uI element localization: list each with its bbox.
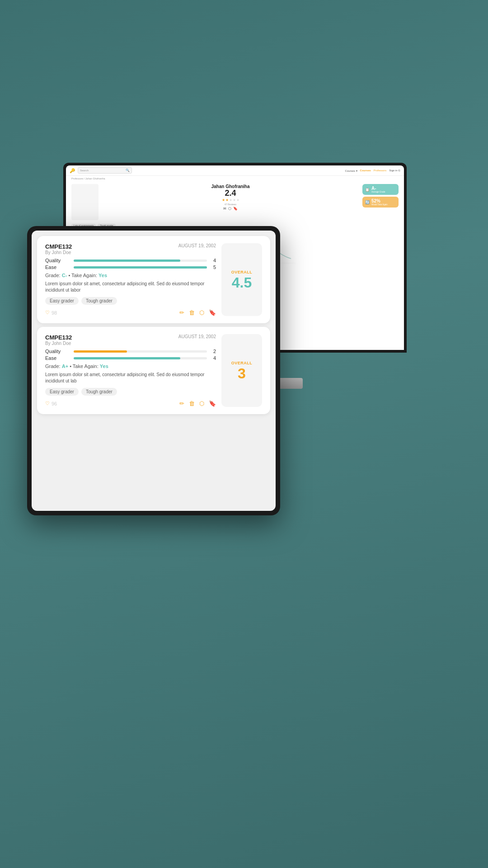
quality-value-2: 2	[211, 349, 216, 354]
review-card-2-header: CMPE132 By John Doe AUGUST 19, 2002	[45, 334, 216, 346]
star-4: ★	[233, 198, 236, 202]
tag-tough-grader-2: Tough grader	[81, 388, 117, 396]
course-name-2: CMPE132	[45, 334, 72, 341]
bookmark-icon-2[interactable]: 🔖	[209, 400, 216, 407]
review-card-1: CMPE132 By John Doe AUGUST 19, 2002 Qual…	[37, 236, 270, 323]
delete-icon-1[interactable]: 🗑	[189, 309, 195, 316]
delete-icon-2[interactable]: 🗑	[189, 400, 195, 407]
nav-links: Courses ▾ Courses Professors Sign in G	[345, 169, 400, 172]
quality-bar-2	[74, 350, 127, 353]
like-area-2[interactable]: ♡ 96	[45, 401, 57, 406]
share-icon-2[interactable]: ⬡	[199, 400, 204, 407]
edit-icon-1[interactable]: ✏	[179, 309, 184, 316]
would-take-content: 52% Would Take Again	[371, 198, 388, 206]
search-bar[interactable]: Search 🔍	[78, 167, 132, 174]
quality-bar-container-2	[74, 350, 207, 353]
take-again-label-1: Take Again:	[71, 273, 97, 278]
share-icon[interactable]: ⬡	[228, 207, 231, 211]
grade-label-2: Grade:	[45, 363, 61, 369]
review-card-2-course-info: CMPE132 By John Doe	[45, 334, 72, 346]
tag-tough-grader-1: Tough grader	[81, 297, 117, 305]
review-card-1-course-info: CMPE132 By John Doe	[45, 243, 72, 255]
overall-num-2: 3	[238, 366, 246, 381]
star-2: ★	[225, 198, 229, 202]
grade-line-2: Grade: A+ • Take Again: Yes	[45, 363, 216, 369]
review-text-2: Lorem ipsum dolor sit amet, consectetur …	[45, 372, 216, 384]
quality-row-1: Quality 4	[45, 258, 216, 263]
author-1: By John Doe	[45, 250, 72, 255]
review-card-2: CMPE132 By John Doe AUGUST 19, 2002 Qual…	[37, 327, 270, 414]
prof-rating: 2.4	[99, 189, 362, 197]
ease-value-2: 4	[211, 355, 216, 361]
like-area-1[interactable]: ♡ 98	[45, 310, 57, 316]
avg-grade-value: A-	[371, 186, 385, 191]
ease-value-1: 5	[211, 264, 216, 270]
review-text-1: Lorem ipsum dolor sit amet, consectetur …	[45, 281, 216, 293]
prof-photo	[71, 184, 99, 220]
quality-bar-1	[74, 259, 180, 262]
review-card-2-left: CMPE132 By John Doe AUGUST 19, 2002 Qual…	[45, 334, 216, 407]
review-card-1-header: CMPE132 By John Doe AUGUST 19, 2002	[45, 243, 216, 255]
quality-bar-container-1	[74, 259, 207, 262]
ease-label-2: Ease	[45, 355, 70, 361]
ease-bar-container-1	[74, 266, 207, 269]
avg-grade-box: 📋 A- Average Grade	[362, 184, 399, 195]
stars: ★ ★ ★ ★ ★	[99, 198, 362, 202]
like-count-1: 98	[52, 310, 57, 316]
would-take-label: Would Take Again	[371, 203, 388, 206]
take-again-label-2: Take Again:	[73, 363, 99, 369]
ease-label-1: Ease	[45, 264, 70, 270]
overall-tag-2: OVERALL	[231, 361, 253, 365]
ease-bar-container-2	[74, 357, 207, 359]
prof-name-area: Jahan Ghofraniha 2.4 ★ ★ ★ ★ ★ 47 Review…	[99, 184, 362, 212]
quality-row-2: Quality 2	[45, 349, 216, 354]
prof-icons: ✉ ⬡ 🔖	[99, 206, 362, 212]
quality-label-2: Quality	[45, 349, 70, 354]
author-2: By John Doe	[45, 341, 72, 346]
bookmark-icon[interactable]: 🔖	[233, 207, 238, 211]
overall-tag-1: OVERALL	[231, 270, 253, 274]
nav-courses-active[interactable]: Courses	[360, 169, 371, 172]
card-actions-2: ♡ 96 ✏ 🗑 ⬡ 🔖	[45, 400, 216, 407]
tag-row-2: Easy grader Tough grader	[45, 388, 216, 396]
prof-header: Jahan Ghofraniha 2.4 ★ ★ ★ ★ ★ 47 Review…	[66, 181, 404, 223]
grade-value-2: A+	[62, 363, 68, 369]
ease-bar-1	[74, 266, 207, 269]
nav-logo: 🔑	[70, 168, 75, 173]
tag-easy-grader-2: Easy grader	[45, 388, 79, 396]
star-3: ★	[229, 198, 232, 202]
share-icon-1[interactable]: ⬡	[199, 309, 204, 316]
would-take-box: 🔄 52% Would Take Again	[362, 197, 399, 208]
nav-bar: 🔑 Search 🔍 Courses ▾ Courses Professors …	[66, 165, 404, 176]
email-icon[interactable]: ✉	[223, 207, 226, 211]
like-count-2: 96	[52, 401, 57, 406]
bookmark-icon-1[interactable]: 🔖	[209, 309, 216, 316]
nav-courses[interactable]: Courses ▾	[345, 169, 357, 172]
review-card-1-left: CMPE132 By John Doe AUGUST 19, 2002 Qual…	[45, 243, 216, 316]
grade-box-content: A- Average Grade	[371, 186, 385, 193]
star-1: ★	[222, 198, 225, 202]
action-icons-2: ✏ 🗑 ⬡ 🔖	[179, 400, 216, 407]
course-name-1: CMPE132	[45, 243, 72, 250]
tag-easy-grader-1: Easy grader	[45, 297, 79, 305]
edit-icon-2[interactable]: ✏	[179, 400, 184, 407]
grade-line-1: Grade: C- • Take Again: Yes	[45, 273, 216, 278]
tag-row-1: Easy grader Tough grader	[45, 297, 216, 305]
review-card-2-right: OVERALL 3	[221, 334, 262, 407]
review-date-1: AUGUST 19, 2002	[178, 243, 216, 255]
review-card-1-right: OVERALL 4.5	[221, 243, 262, 316]
take-again-value-1: Yes	[99, 273, 107, 278]
grade-label-1: Grade:	[45, 273, 61, 278]
nav-signin[interactable]: Sign in G	[389, 169, 400, 172]
would-take-value: 52%	[371, 198, 388, 203]
heart-icon-2: ♡	[45, 401, 50, 406]
review-date-2: AUGUST 19, 2002	[178, 334, 216, 346]
tablet-inner: CMPE132 By John Doe AUGUST 19, 2002 Qual…	[32, 231, 276, 511]
nav-professors[interactable]: Professors	[374, 169, 387, 172]
quality-value-1: 4	[211, 258, 216, 263]
grade-boxes: 📋 A- Average Grade 🔄 52% Would Take Agai…	[362, 184, 399, 208]
grade-icon: 📋	[365, 188, 370, 192]
card-actions-1: ♡ 98 ✏ 🗑 ⬡ 🔖	[45, 309, 216, 316]
grade-value-1: C-	[62, 273, 67, 278]
heart-icon-1: ♡	[45, 310, 50, 316]
